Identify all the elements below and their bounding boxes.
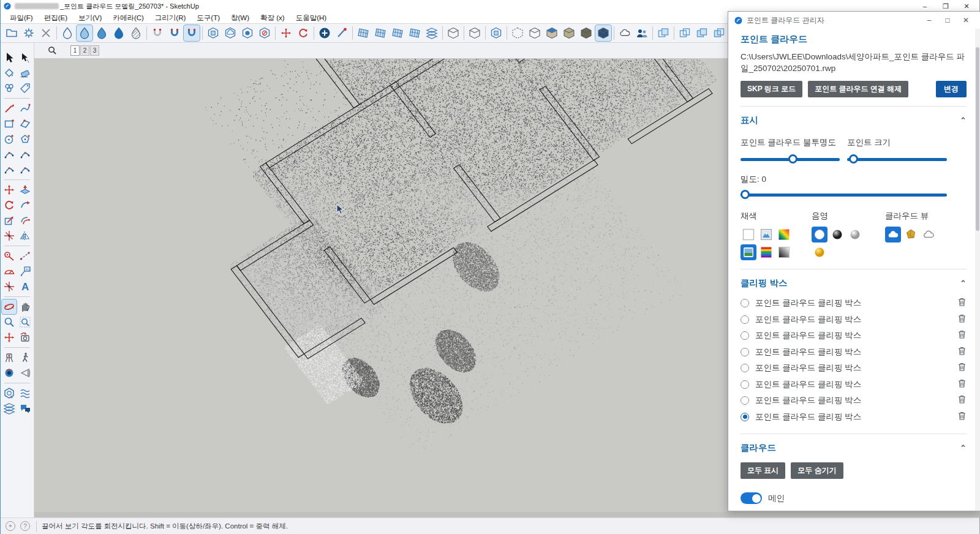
cube-tan-icon[interactable] [561,25,577,41]
maximize-button[interactable]: ❐ [935,0,956,12]
solid-subtract-icon[interactable] [711,25,727,41]
clipping-box-radio[interactable] [741,396,749,405]
clipping-box-radio[interactable] [741,331,749,340]
show-all-button[interactable]: 모두 표시 [741,462,785,479]
disconnect-point-cloud-button[interactable]: 포인트 클라우드 연결 해제 [808,81,908,97]
opacity-slider[interactable] [741,154,840,164]
mesh-layers-icon[interactable] [424,25,440,41]
menu-item[interactable]: 카메라(C) [107,12,149,24]
hide-all-button[interactable]: 모두 숨기기 [791,462,843,479]
geolocation-icon[interactable]: ⌖ [6,521,15,531]
close-x-icon[interactable] [38,25,54,41]
freehand-icon[interactable] [18,101,32,116]
sphere-dark-icon[interactable] [829,227,845,243]
chevron-up-icon[interactable]: ⌃ [960,443,967,453]
offset-tool-icon[interactable] [18,213,32,228]
component-icon[interactable] [2,81,17,96]
move-points-icon[interactable] [278,25,294,41]
look-around-icon[interactable] [2,366,17,380]
people-icon[interactable] [634,25,650,41]
scene-tab-1[interactable]: 1 [70,45,80,56]
change-button[interactable]: 변경 [936,81,967,97]
snap-magnet-off-icon[interactable] [149,25,165,41]
trash-icon[interactable] [957,362,967,374]
shield-hex-icon[interactable] [488,25,504,41]
pick-point-icon[interactable] [334,25,350,41]
skp-link-load-button[interactable]: SKP 링크 로드 [741,81,802,97]
opacity-drop-mid-icon[interactable] [94,25,110,41]
menu-item[interactable]: 편집(E) [39,12,73,24]
section-waves-icon[interactable] [18,386,32,401]
walk-tool-icon[interactable] [18,350,32,365]
scene-tab-2[interactable]: 2 [80,45,89,56]
main-toggle[interactable] [741,492,762,504]
polyhedron-gold-icon[interactable] [903,227,919,243]
position-camera-icon[interactable] [2,350,17,365]
follow-me-icon[interactable] [18,198,32,212]
cloud-icon[interactable] [617,25,633,41]
trash-icon[interactable] [957,297,967,309]
settings-gear-icon[interactable] [21,25,37,41]
paint-bucket-icon[interactable] [2,66,17,80]
add-point-icon[interactable] [317,25,333,41]
mesh-fit-icon[interactable] [407,25,423,41]
polygon-tool-icon[interactable] [18,132,32,146]
density-slider[interactable] [741,190,947,200]
pie-tool-icon[interactable] [18,147,32,162]
color-grayscale-icon[interactable] [776,244,792,260]
three-point-arc-icon[interactable] [18,162,32,177]
menu-item[interactable]: 파일(F) [4,12,39,24]
dimension-icon[interactable] [18,249,32,263]
select-tool-icon[interactable] [2,50,17,65]
circle-tool-icon[interactable] [2,132,17,146]
clipping-box-radio[interactable] [741,315,749,324]
opacity-drop-hatched-icon[interactable] [128,25,144,41]
opacity-drop-half-icon[interactable] [77,25,92,41]
orbit-tool-icon[interactable] [2,299,17,314]
mesh-plane-icon[interactable] [355,25,371,41]
opacity-drop-full-icon[interactable] [111,25,127,41]
clipping-box-radio[interactable] [741,364,749,372]
trash-icon[interactable] [957,346,967,358]
view-cone-icon[interactable] [18,366,32,380]
solid-intersect-icon[interactable] [677,25,693,41]
menu-item[interactable]: 보기(V) [73,12,107,24]
color-none-icon[interactable] [741,227,756,243]
protractor-icon[interactable] [2,264,17,279]
cube-dark-icon[interactable] [578,25,594,41]
eraser-icon[interactable] [18,66,32,80]
mesh-region-icon[interactable] [390,25,405,41]
rotated-rectangle-icon[interactable] [18,116,32,131]
opacity-drop-empty-icon[interactable] [59,25,75,41]
menu-item[interactable]: 도구(T) [191,12,225,24]
axes-tool-icon[interactable] [2,279,17,294]
tag-icon[interactable] [18,81,32,96]
scan-register-icon[interactable] [2,386,17,401]
two-point-arc-icon[interactable] [2,162,17,177]
trash-icon[interactable] [957,394,967,407]
sphere-light-icon[interactable] [847,227,863,243]
cube-dashed-icon[interactable] [510,25,526,41]
color-terrain-icon[interactable] [758,227,774,243]
clip-hex-sphere-icon[interactable] [239,25,255,41]
panel-maximize-button[interactable]: □ [938,16,957,24]
cloud-outline-icon[interactable] [921,227,937,243]
push-pull-icon[interactable] [18,182,32,197]
clip-hex-cloud-icon[interactable] [222,25,238,41]
pan-tool-icon[interactable] [18,299,32,314]
panel-scrollbar[interactable] [975,29,980,511]
clipping-box-radio[interactable] [741,299,749,307]
scale-tool-icon[interactable] [2,213,17,228]
solid-union-icon[interactable] [694,25,710,41]
cube-outline-icon[interactable] [467,25,483,41]
rotate-tool-icon[interactable] [2,198,17,212]
point-size-slider[interactable] [847,154,947,164]
search-icon[interactable] [48,46,57,55]
chevron-up-icon[interactable]: ⌃ [960,279,967,288]
menu-item[interactable]: 도움말(H) [290,12,332,24]
cube-wire-icon[interactable] [445,25,461,41]
mesh-dense-icon[interactable] [372,25,388,41]
chevron-up-icon[interactable]: ⌃ [960,116,967,125]
clip-hex-none-icon[interactable] [257,25,273,41]
minimize-button[interactable]: – [914,0,935,12]
